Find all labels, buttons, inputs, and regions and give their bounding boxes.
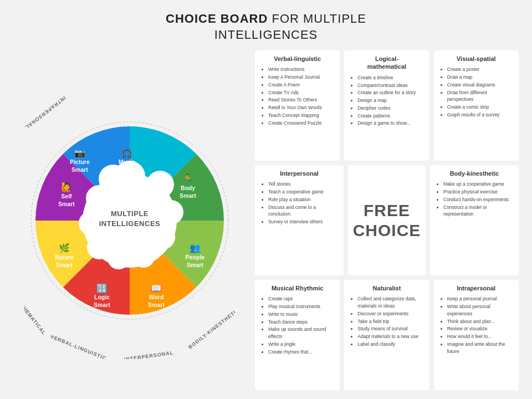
list-item: Draw from different perspectives: [447, 89, 513, 104]
page: CHOICE BOARD FOR MULTIPLE INTELLIGENCES …: [0, 0, 532, 399]
list-item: Take a field trip: [357, 318, 423, 325]
list-item: Teach dance steps: [268, 319, 334, 326]
svg-text:Smart: Smart: [94, 301, 110, 308]
svg-text:📷: 📷: [74, 148, 85, 158]
list-item: Teach a cooperative game: [268, 188, 338, 196]
list-item: Create rhymes that...: [268, 349, 334, 356]
list-item: Play musical instruments: [268, 303, 334, 310]
list-item: Write about personal experiences: [447, 303, 513, 318]
list-item: Graph results of a survey: [447, 111, 513, 119]
svg-text:👥: 👥: [190, 243, 201, 253]
cell-body: Body-kinesthetic Make up a cooperative g…: [430, 165, 519, 275]
svg-text:Nature: Nature: [55, 254, 73, 260]
list-item: Write Instructions: [268, 66, 334, 73]
cell-naturalist-header: Naturalist: [350, 284, 423, 292]
list-item: Survey or interview others: [268, 218, 338, 226]
list-item: Adapt materials to a new use: [357, 333, 423, 340]
cell-visual: Visual-spatial Create a poster Draw a ma…: [434, 50, 519, 161]
cell-interpersonal-header: Interpersonal: [260, 170, 338, 177]
svg-text:LOGICAL-MATHEMATICAL: LOGICAL-MATHEMATICAL: [24, 274, 47, 336]
list-item: Create a comic strip: [447, 104, 513, 111]
list-item: Create a timeline: [357, 74, 423, 81]
svg-point-15: [87, 235, 111, 259]
cell-naturalist: Naturalist Collect and categorize data, …: [344, 280, 429, 390]
svg-text:🙋: 🙋: [61, 182, 72, 192]
list-item: Tell stories: [268, 181, 338, 188]
svg-text:🔢: 🔢: [96, 283, 108, 294]
cell-interpersonal: Interpersonal Tell stories Teach a coope…: [255, 165, 344, 275]
svg-text:Smart: Smart: [56, 262, 73, 268]
list-item: Discover or experiments: [357, 310, 423, 318]
svg-text:🎧: 🎧: [121, 149, 132, 159]
list-item: Create A Poem: [268, 81, 334, 89]
svg-text:BODILY-KINESTHETIC: BODILY-KINESTHETIC: [187, 306, 235, 350]
wheel-area: MUSICAL BODILY-KINESTHETIC INTERPERSONAL…: [13, 50, 246, 390]
cell-naturalist-list: Collect and categorize data, materials o…: [350, 295, 423, 348]
grid-area: Verbal-linguistic Write Instructions Kee…: [255, 50, 519, 390]
svg-text:INTERPERSONAL: INTERPERSONAL: [124, 350, 174, 359]
list-item: Practice physical exercise: [443, 188, 513, 196]
list-item: Imagine and write about the future: [447, 341, 513, 355]
svg-text:VERBAL-LINGUISTIC: VERBAL-LINGUISTIC: [50, 334, 108, 359]
svg-text:Picture: Picture: [70, 158, 90, 165]
list-item: Conduct hands-on experiments: [443, 196, 513, 203]
cell-intrapersonal-header: Intrapersonal: [439, 284, 513, 292]
list-item: Create patterns: [357, 112, 423, 120]
svg-text:Self: Self: [61, 193, 72, 200]
svg-text:INTRAPERSONAL: INTRAPERSONAL: [24, 95, 67, 130]
svg-text:Logic: Logic: [94, 294, 110, 300]
content-area: MUSICAL BODILY-KINESTHETIC INTERPERSONAL…: [13, 50, 519, 390]
list-item: Create Crossword Puzzle: [268, 120, 334, 127]
list-item: Write to music: [268, 311, 334, 318]
svg-point-11: [159, 200, 183, 224]
list-item: Role play a situation: [268, 196, 338, 203]
cell-musical: Musical Rhythmic Create raps Play musica…: [255, 280, 340, 390]
svg-text:Smart: Smart: [148, 301, 165, 308]
list-item: Discuss and come to a conclusion: [268, 204, 338, 218]
cell-logical: Logical-mathematical Create a timeline C…: [344, 50, 429, 161]
svg-point-13: [132, 245, 155, 268]
list-item: Construct a model or representation: [443, 204, 513, 218]
svg-text:MULTIPLE: MULTIPLE: [111, 209, 149, 218]
list-item: Keep a personal journal: [447, 295, 513, 303]
cell-musical-header: Musical Rhythmic: [260, 284, 334, 292]
cell-logical-list: Create a timeline Compare/contrast ideas…: [350, 74, 423, 127]
cell-verbal: Verbal-linguistic Write Instructions Kee…: [255, 50, 340, 161]
cell-musical-list: Create raps Play musical instruments Wri…: [260, 295, 334, 356]
cell-interpersonal-list: Tell stories Teach a cooperative game Ro…: [260, 181, 338, 226]
list-item: Read Stories To Others: [268, 96, 334, 104]
list-item: Label and classify: [357, 341, 423, 348]
list-item: How would it feel to...: [447, 333, 513, 340]
list-item: Draw a map: [447, 74, 513, 81]
svg-text:Word: Word: [149, 294, 164, 300]
cell-verbal-list: Write Instructions Keep A Personal Journ…: [260, 66, 334, 127]
list-item: Create a poster: [447, 66, 513, 73]
list-item: Study means of survival: [357, 325, 423, 332]
list-item: Make up a cooperative game: [443, 181, 513, 188]
list-item: Collect and categorize data, materials o…: [357, 295, 423, 310]
svg-point-12: [151, 225, 175, 249]
list-item: Design a map: [357, 97, 423, 104]
svg-point-10: [146, 171, 174, 198]
list-item: Retell in Your Own Words: [268, 104, 334, 111]
free-choice-text: FREECHOICE: [353, 201, 421, 241]
list-item: Keep A Personal Journal: [268, 74, 334, 81]
cell-free-choice: FREECHOICE: [348, 165, 426, 275]
list-item: Review or visualize: [447, 325, 513, 332]
svg-text:🌿: 🌿: [59, 243, 70, 253]
svg-text:Music: Music: [119, 158, 135, 165]
cell-intrapersonal-list: Keep a personal journal Write about pers…: [439, 295, 513, 355]
list-item: Compare/contrast ideas: [357, 82, 423, 89]
list-item: Decipher codes: [357, 105, 423, 112]
cell-visual-header: Visual-spatial: [439, 55, 513, 63]
list-item: Create an outline for a story: [357, 89, 423, 96]
svg-text:Smart: Smart: [187, 262, 203, 268]
svg-text:📖: 📖: [151, 283, 162, 294]
svg-text:INTELLIGENCES: INTELLIGENCES: [99, 219, 161, 228]
list-item: Make up sounds and sound effects: [268, 326, 334, 340]
svg-text:Smart: Smart: [180, 192, 196, 199]
grid-row-3: Musical Rhythmic Create raps Play musica…: [255, 280, 519, 390]
cell-body-header: Body-kinesthetic: [436, 170, 513, 177]
cell-intrapersonal: Intrapersonal Keep a personal journal Wr…: [434, 280, 519, 390]
main-title: CHOICE BOARD FOR MULTIPLE INTELLIGENCES: [13, 11, 519, 43]
